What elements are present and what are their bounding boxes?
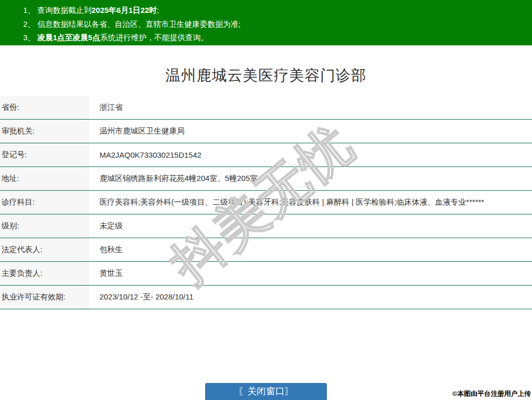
info-row-label: 执业许可证有效期: xyxy=(0,286,89,309)
notice-line-3-text: 3、 xyxy=(23,33,38,42)
notice-line-1-text: 1、 查询数据截止到 xyxy=(23,6,92,14)
copyright-watermark: ©本图由平台注册用户上传 xyxy=(452,389,531,398)
info-row-label: 审批机关: xyxy=(0,120,89,143)
info-row-label: 地址: xyxy=(0,167,89,190)
info-row-value: MA2JAQ0K733030215D1542 xyxy=(89,143,532,166)
info-row-value: 黄世玉 xyxy=(89,262,532,285)
info-row-value: 温州市鹿城区卫生健康局 xyxy=(89,120,532,143)
notice-line-2: 2、 信息数据结果以各省、自治区、直辖市卫生健康委数据为准; xyxy=(23,18,532,31)
info-row-value: 鹿城区锦绣路新利府花苑4幢204室、5幢205室 xyxy=(89,167,532,190)
info-row-value: 浙江省 xyxy=(89,96,532,119)
close-window-button[interactable]: 〖关闭窗口〗 xyxy=(205,383,327,400)
info-row-registration-number: 登记号: MA2JAQ0K733030215D1542 xyxy=(0,143,532,167)
notice-line-3: 3、 凌晨1点至凌晨5点系统进行维护，不能提供查询。 xyxy=(23,31,532,45)
info-row-label: 诊疗科目: xyxy=(0,191,89,214)
info-row-label: 主要负责人: xyxy=(0,262,89,285)
notice-line-1-bold: 2025年6月1日22时 xyxy=(92,6,157,14)
info-row-value: 医疗美容科;美容外科(一级项目、二级项目);美容牙科;美容皮肤科 | 麻醉科 |… xyxy=(89,191,532,214)
info-row-license-validity: 执业许可证有效期: 2023/10/12 -至- 2028/10/11 xyxy=(0,286,532,309)
institution-info-table: 省份: 浙江省 审批机关: 温州市鹿城区卫生健康局 登记号: MA2JAQ0K7… xyxy=(0,96,532,309)
notice-line-1-suffix: ; xyxy=(157,6,159,14)
info-row-label: 省份: xyxy=(0,96,89,119)
info-row-address: 地址: 鹿城区锦绣路新利府花苑4幢204室、5幢205室 xyxy=(0,167,532,191)
notice-line-1: 1、 查询数据截止到2025年6月1日22时; xyxy=(23,4,532,18)
info-row-value: 包秋生 xyxy=(89,238,532,261)
info-row-label: 登记号: xyxy=(0,143,89,166)
notice-line-2-text: 2、 信息数据结果以各省、自治区、直辖市卫生健康委数据为准; xyxy=(23,20,241,28)
info-row-value: 2023/10/12 -至- 2028/10/11 xyxy=(89,286,532,309)
info-row-label: 级别: xyxy=(0,214,89,238)
notice-line-3-suffix: 系统进行维护，不能提供查询。 xyxy=(100,33,208,42)
info-row-person-in-charge: 主要负责人: 黄世玉 xyxy=(0,262,532,286)
notice-banner: 1、 查询数据截止到2025年6月1日22时; 2、 信息数据结果以各省、自治区… xyxy=(0,0,532,45)
info-row-approval-authority: 审批机关: 温州市鹿城区卫生健康局 xyxy=(0,120,532,143)
info-row-treatment-subjects: 诊疗科目: 医疗美容科;美容外科(一级项目、二级项目);美容牙科;美容皮肤科 |… xyxy=(0,191,532,214)
page-title: 温州鹿城云美医疗美容门诊部 xyxy=(0,65,532,86)
info-row-label: 法定代表人: xyxy=(0,238,89,261)
info-row-legal-representative: 法定代表人: 包秋生 xyxy=(0,238,532,262)
info-row-level: 级别: 未定级 xyxy=(0,214,532,238)
notice-line-3-bold: 凌晨1点至凌晨5点 xyxy=(38,33,101,42)
info-row-value: 未定级 xyxy=(89,214,532,238)
info-row-province: 省份: 浙江省 xyxy=(0,96,532,120)
